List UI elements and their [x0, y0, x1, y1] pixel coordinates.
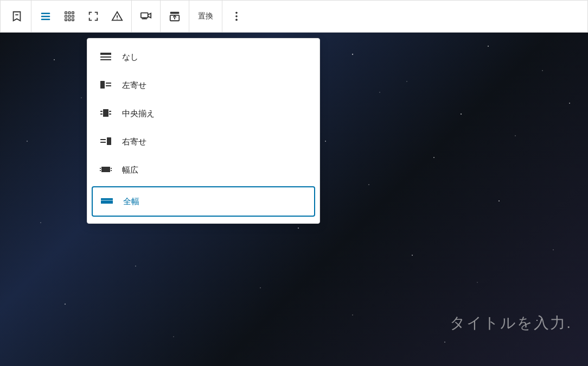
svg-point-53 [260, 287, 261, 288]
svg-rect-62 [100, 59, 111, 60]
dropdown-item-none[interactable]: なし [87, 43, 319, 71]
dropdown-item-wide[interactable]: 幅広 [87, 156, 319, 184]
svg-point-14 [117, 18, 117, 19]
svg-point-50 [553, 249, 554, 250]
svg-point-51 [135, 266, 136, 267]
dropdown-item-none-label: なし [122, 52, 138, 62]
toolbar-group-more [222, 1, 251, 32]
svg-rect-78 [111, 170, 112, 171]
content-area: なし 左寄せ [0, 33, 588, 366]
svg-rect-80 [101, 200, 113, 201]
align-none-icon [98, 49, 113, 65]
background-title: タイトルを入力. [450, 313, 572, 333]
layout-top-button[interactable] [163, 4, 187, 28]
svg-point-58 [173, 336, 174, 337]
svg-point-37 [27, 141, 28, 142]
svg-point-59 [444, 342, 445, 343]
svg-rect-4 [65, 12, 67, 14]
svg-rect-12 [72, 19, 74, 21]
svg-rect-7 [65, 15, 67, 17]
dropdown-item-full[interactable]: 全幅 [92, 186, 315, 217]
svg-rect-71 [107, 137, 111, 145]
svg-point-43 [433, 157, 434, 158]
svg-rect-74 [101, 167, 110, 172]
svg-point-29 [352, 54, 353, 55]
svg-rect-70 [109, 113, 111, 115]
svg-point-45 [368, 184, 369, 185]
svg-point-47 [40, 222, 41, 223]
svg-rect-69 [100, 113, 103, 115]
svg-rect-11 [68, 19, 71, 21]
toolbar-group-layout [161, 1, 189, 32]
svg-rect-2 [41, 16, 50, 17]
bookmark-button[interactable] [5, 4, 29, 28]
dropdown-item-full-label: 全幅 [123, 197, 139, 207]
svg-rect-60 [100, 53, 111, 55]
svg-rect-10 [65, 19, 67, 21]
svg-point-30 [406, 81, 407, 81]
toolbar-group-bookmark [3, 1, 31, 32]
toolbar-group-replace: 置換 [189, 1, 222, 32]
svg-rect-64 [106, 83, 111, 84]
svg-point-56 [352, 314, 353, 315]
svg-point-49 [298, 228, 299, 229]
svg-point-35 [379, 92, 380, 92]
align-center-icon [98, 106, 113, 121]
svg-rect-1 [41, 13, 50, 14]
svg-rect-67 [100, 111, 103, 112]
svg-rect-65 [106, 85, 111, 86]
replace-button[interactable]: 置換 [191, 4, 220, 28]
svg-rect-9 [72, 15, 74, 17]
svg-rect-68 [109, 111, 111, 112]
warning-button[interactable] [105, 4, 129, 28]
dropdown-item-left-label: 左寄せ [122, 80, 146, 91]
svg-point-41 [569, 103, 570, 104]
svg-rect-73 [100, 142, 106, 143]
svg-rect-5 [68, 12, 71, 14]
svg-rect-75 [100, 168, 101, 169]
svg-rect-3 [41, 19, 50, 20]
svg-point-22 [235, 15, 238, 17]
svg-rect-8 [68, 15, 71, 17]
fullscreen-button[interactable] [81, 4, 105, 28]
svg-rect-18 [170, 12, 180, 14]
svg-point-23 [235, 19, 238, 21]
svg-rect-6 [72, 12, 74, 14]
svg-point-46 [498, 200, 500, 201]
dropdown-item-wide-label: 幅広 [122, 165, 138, 175]
svg-point-31 [488, 46, 489, 47]
more-options-button[interactable] [225, 4, 248, 28]
svg-point-21 [235, 12, 238, 14]
toolbar: 置換 [0, 0, 588, 33]
dropdown-item-center-label: 中央揃え [122, 109, 155, 119]
svg-rect-77 [100, 170, 101, 171]
svg-point-33 [81, 97, 82, 98]
toolbar-group-alignment [31, 1, 132, 32]
svg-point-54 [477, 282, 477, 282]
align-right-icon [98, 134, 113, 149]
svg-rect-15 [141, 13, 148, 18]
svg-point-52 [412, 255, 413, 256]
align-full-icon [99, 194, 114, 209]
dropdown-item-right[interactable]: 右寄せ [87, 128, 319, 156]
dropdown-item-center[interactable]: 中央揃え [87, 99, 319, 128]
svg-point-55 [65, 304, 66, 305]
align-text-button[interactable] [34, 4, 57, 28]
svg-rect-72 [100, 139, 106, 140]
dropdown-item-right-label: 右寄せ [122, 137, 146, 147]
svg-rect-63 [100, 81, 105, 89]
svg-rect-61 [100, 56, 111, 58]
svg-point-36 [461, 113, 462, 115]
svg-rect-76 [111, 168, 112, 169]
svg-point-40 [515, 135, 516, 136]
svg-point-25 [54, 59, 55, 60]
svg-rect-66 [103, 109, 108, 117]
alignment-dropdown: なし 左寄せ [87, 38, 320, 224]
align-wide-icon [98, 162, 113, 178]
align-left-icon [98, 78, 113, 93]
media-device-button[interactable] [134, 4, 158, 28]
dropdown-item-left[interactable]: 左寄せ [87, 71, 319, 99]
toolbar-group-media [132, 1, 161, 32]
grid-button[interactable] [57, 4, 81, 28]
svg-point-39 [325, 141, 326, 142]
